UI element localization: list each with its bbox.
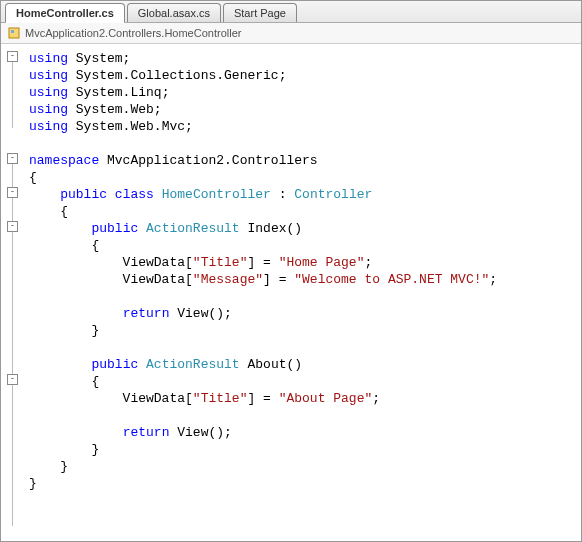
- fold-toggle[interactable]: -: [7, 153, 18, 164]
- code-editor[interactable]: - - - - - using System; using System.Col…: [1, 44, 581, 540]
- code-text[interactable]: using System; using System.Collections.G…: [25, 44, 581, 540]
- breadcrumb-text: MvcApplication2.Controllers.HomeControll…: [25, 27, 241, 39]
- class-icon: [7, 26, 21, 40]
- tab-home-controller[interactable]: HomeController.cs: [5, 3, 125, 23]
- fold-gutter: - - - - -: [1, 44, 25, 540]
- tab-start-page[interactable]: Start Page: [223, 3, 297, 22]
- fold-toggle[interactable]: -: [7, 374, 18, 385]
- tab-global-asax[interactable]: Global.asax.cs: [127, 3, 221, 22]
- breadcrumb[interactable]: MvcApplication2.Controllers.HomeControll…: [1, 23, 581, 44]
- fold-toggle[interactable]: -: [7, 51, 18, 62]
- tab-bar: HomeController.cs Global.asax.cs Start P…: [1, 1, 581, 23]
- svg-rect-1: [11, 30, 14, 33]
- fold-toggle[interactable]: -: [7, 221, 18, 232]
- fold-toggle[interactable]: -: [7, 187, 18, 198]
